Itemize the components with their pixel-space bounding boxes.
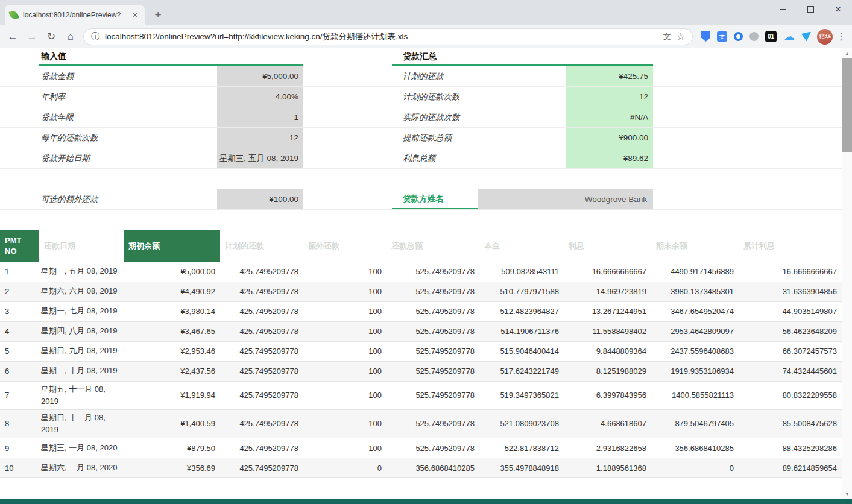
- cell-principal: 514.1906711376: [479, 321, 564, 341]
- cell-ending-balance: 0: [651, 458, 739, 478]
- summary-label: 计划的还款: [392, 66, 566, 86]
- cloud-extension-icon[interactable]: ☁: [783, 30, 795, 43]
- empty-row: [0, 210, 842, 230]
- bird-extension-icon[interactable]: [801, 32, 811, 42]
- header-scheduled-payment: 计划的还款: [220, 230, 303, 262]
- cell-scheduled-payment: 425.7495209778: [220, 438, 303, 458]
- header-beginning-balance: 期初余额: [124, 230, 220, 262]
- cell-scheduled-payment: 425.7495209778: [220, 341, 303, 361]
- cell-interest: 16.6666666667: [564, 262, 651, 282]
- vertical-scrollbar[interactable]: ▲ ▼: [842, 48, 852, 499]
- cell-interest: 9.8448809364: [564, 341, 651, 361]
- cell-scheduled-payment: 425.7495209778: [220, 361, 303, 381]
- browser-toolbar: ← → ↻ ⌂ ⓘ localhost:8012/onlinePreview?u…: [0, 25, 852, 48]
- url-text[interactable]: localhost:8012/onlinePreview?url=http://…: [105, 31, 658, 42]
- onetab-extension-icon[interactable]: 01: [765, 31, 777, 42]
- scrollbar-thumb[interactable]: [842, 58, 852, 152]
- window-close-button[interactable]: ✕: [824, 0, 852, 18]
- cell-pmt-no: 6: [0, 361, 39, 381]
- cell-ending-balance: 3467.6549520474: [651, 301, 739, 321]
- table-row: 3 星期一, 七月 08, 2019 ¥3,980.14 425.7495209…: [0, 301, 842, 321]
- header-ending-balance: 期末余额: [651, 230, 739, 262]
- cell-ending-balance: 356.6868410285: [651, 438, 739, 458]
- spreadsheet-row: 贷款金额 ¥5,000.00 计划的还款 ¥425.75: [0, 66, 842, 87]
- cell-due-date: 星期三, 五月 08, 2019: [39, 262, 124, 282]
- back-button[interactable]: ←: [4, 28, 22, 46]
- lender-name-label: 贷款方姓名: [392, 189, 478, 209]
- table-row: 10 星期六, 二月 08, 2020 ¥356.69 425.74952097…: [0, 458, 842, 478]
- cell-interest: 2.9316822658: [564, 438, 651, 458]
- preview-content: 输入值 贷款汇总 贷款金额 ¥5,000.00 计划的还款 ¥425.75: [0, 48, 852, 499]
- cell-total-payment: 525.7495209778: [387, 361, 479, 381]
- input-section-title: 输入值: [39, 48, 303, 66]
- summary-value: ¥89.62: [566, 148, 653, 168]
- browser-tab[interactable]: localhost:8012/onlinePreview? ×: [5, 5, 145, 25]
- table-row: 7 星期五, 十一月 08, 2019 ¥1,919.94 425.749520…: [0, 381, 842, 409]
- browser-menu-icon[interactable]: ⋮: [834, 31, 848, 42]
- cell-beginning-balance: ¥1,919.94: [124, 381, 220, 409]
- cell-extra-payment: 100: [303, 282, 387, 301]
- shield-extension-icon[interactable]: [701, 31, 710, 42]
- home-button[interactable]: ⌂: [62, 28, 80, 46]
- cell-extra-payment: 100: [303, 409, 387, 438]
- cell-scheduled-payment: 425.7495209778: [220, 321, 303, 341]
- extra-payment-row: 可选的额外还款 ¥100.00 贷款方姓名 Woodgrove Bank: [0, 189, 842, 210]
- header-extra-payment: 额外还款: [303, 230, 387, 262]
- table-row: 4 星期四, 八月 08, 2019 ¥3,467.65 425.7495209…: [0, 321, 842, 341]
- cell-beginning-balance: ¥2,953.46: [124, 341, 220, 361]
- translate-extension-icon[interactable]: 文: [717, 31, 727, 42]
- cell-extra-payment: 100: [303, 321, 387, 341]
- reload-button[interactable]: ↻: [42, 28, 60, 46]
- empty-row: [0, 169, 842, 189]
- spreadsheet-row: 年利率 4.00% 计划的还款次数 12: [0, 87, 842, 107]
- spreadsheet: 输入值 贷款汇总 贷款金额 ¥5,000.00 计划的还款 ¥425.75: [0, 48, 842, 478]
- cell-interest: 14.969723819: [564, 282, 651, 301]
- forward-button[interactable]: →: [23, 28, 41, 46]
- cell-scheduled-payment: 425.7495209778: [220, 381, 303, 409]
- cell-pmt-no: 9: [0, 438, 39, 458]
- lender-name-value: Woodgrove Bank: [478, 189, 653, 209]
- header-cumulative-interest: 累计利息: [739, 230, 842, 262]
- cell-scheduled-payment: 425.7495209778: [220, 458, 303, 478]
- input-label: 贷款金额: [39, 66, 217, 86]
- scroll-down-icon[interactable]: ▼: [842, 489, 852, 499]
- top-rows: 贷款金额 ¥5,000.00 计划的还款 ¥425.75 年利率 4.00% 计…: [0, 66, 842, 169]
- window-maximize-button[interactable]: [797, 0, 824, 18]
- tab-close-icon[interactable]: ×: [130, 10, 140, 20]
- cell-ending-balance: 1919.9353186934: [651, 361, 739, 381]
- bookmark-star-icon[interactable]: ☆: [677, 31, 685, 42]
- cell-pmt-no: 4: [0, 321, 39, 341]
- new-tab-button[interactable]: +: [150, 7, 166, 24]
- cell-total-payment: 525.7495209778: [387, 282, 479, 301]
- input-value: 星期三, 五月 08, 2019: [217, 148, 303, 168]
- cell-total-payment: 525.7495209778: [387, 381, 479, 409]
- input-label: 贷款开始日期: [39, 148, 217, 168]
- table-row: 9 星期三, 一月 08, 2020 ¥879.50 425.749520977…: [0, 438, 842, 458]
- kkfileview-favicon-icon: [8, 10, 19, 20]
- cell-pmt-no: 7: [0, 381, 39, 409]
- cell-scheduled-payment: 425.7495209778: [220, 301, 303, 321]
- gray-extension-icon[interactable]: [749, 32, 759, 41]
- cell-principal: 509.0828543111: [479, 262, 564, 282]
- cell-principal: 522.817838712: [479, 438, 564, 458]
- summary-label: 实际的还款次数: [392, 107, 566, 127]
- window-minimize-button[interactable]: [769, 0, 797, 18]
- page-info-icon[interactable]: ⓘ: [91, 31, 99, 42]
- summary-label: 计划的还款次数: [392, 87, 566, 107]
- address-bar[interactable]: ⓘ localhost:8012/onlinePreview?url=http:…: [83, 28, 693, 45]
- cell-interest: 8.1251988029: [564, 361, 651, 381]
- cell-interest: 11.5588498402: [564, 321, 651, 341]
- summary-value: #N/A: [566, 107, 653, 127]
- cell-cumulative-interest: 85.5008475628: [739, 409, 842, 438]
- cell-beginning-balance: ¥3,467.65: [124, 321, 220, 341]
- cell-pmt-no: 3: [0, 301, 39, 321]
- amortization-table-body: 1 星期三, 五月 08, 2019 ¥5,000.00 425.7495209…: [0, 262, 842, 478]
- cell-scheduled-payment: 425.7495209778: [220, 262, 303, 282]
- cell-cumulative-interest: 56.4623648209: [739, 321, 842, 341]
- cell-cumulative-interest: 89.6214859654: [739, 458, 842, 478]
- ring-extension-icon[interactable]: [734, 32, 743, 41]
- translate-icon[interactable]: 文: [663, 31, 671, 42]
- profile-avatar[interactable]: 精华: [817, 29, 833, 45]
- cell-extra-payment: 100: [303, 341, 387, 361]
- scroll-up-icon[interactable]: ▲: [842, 48, 852, 58]
